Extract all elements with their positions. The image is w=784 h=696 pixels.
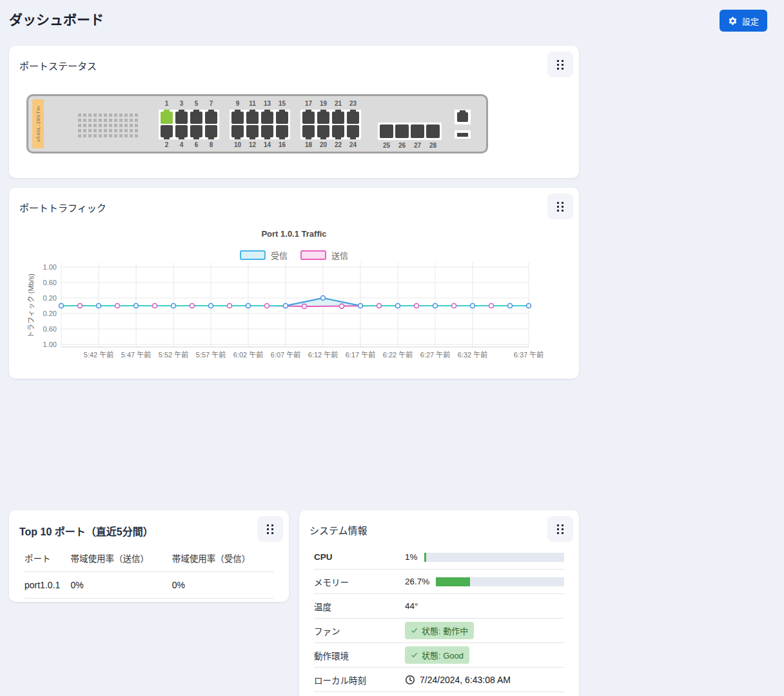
port-19[interactable] bbox=[317, 112, 329, 124]
port-10[interactable] bbox=[231, 125, 244, 137]
port-14[interactable] bbox=[261, 125, 273, 137]
progress-fill bbox=[436, 577, 470, 586]
port-3[interactable] bbox=[175, 112, 188, 124]
port-9[interactable] bbox=[231, 112, 244, 124]
legend-item-receive[interactable]: 受信 bbox=[240, 249, 288, 261]
mgmt-port[interactable] bbox=[457, 112, 468, 122]
port-12[interactable] bbox=[246, 125, 259, 137]
table-column-header: 帯域使用率（受信） bbox=[172, 548, 273, 572]
vent-hole bbox=[119, 124, 122, 127]
svg-text:トラフィック (Mb/s): トラフィック (Mb/s) bbox=[27, 273, 35, 338]
system-info-title: システム情報 bbox=[309, 523, 368, 537]
port-16[interactable] bbox=[276, 125, 288, 137]
port-status-card: ポートステータス x540L-28XTm 1357246891113151012… bbox=[9, 46, 579, 178]
top-ports-drag-handle[interactable] bbox=[257, 516, 283, 542]
system-row: 温度44° bbox=[314, 594, 564, 619]
vent-hole bbox=[93, 114, 97, 117]
port-number-label: 1 bbox=[161, 100, 173, 108]
table-cell: 0% bbox=[172, 572, 273, 599]
port-24[interactable] bbox=[347, 125, 359, 137]
device-model-label: x540L-28XTm bbox=[32, 99, 44, 148]
vent-hole bbox=[114, 124, 117, 127]
port-7[interactable] bbox=[205, 112, 217, 124]
vent-grid bbox=[78, 114, 138, 137]
progress-value-text: 1% bbox=[405, 552, 418, 562]
port-18[interactable] bbox=[302, 125, 315, 137]
port-20[interactable] bbox=[317, 125, 329, 137]
port-6[interactable] bbox=[190, 125, 202, 137]
svg-text:5:52 午前: 5:52 午前 bbox=[159, 350, 188, 359]
port-5[interactable] bbox=[190, 112, 202, 124]
traffic-line-chart[interactable]: 1.000.600.200.200.601.005:42 午前5:47 午前5:… bbox=[9, 263, 579, 375]
settings-button-label: 設定 bbox=[742, 15, 759, 27]
port-status-drag-handle[interactable] bbox=[547, 52, 573, 77]
port-26[interactable] bbox=[395, 124, 409, 138]
port-21[interactable] bbox=[332, 112, 344, 124]
port-number-label: 22 bbox=[332, 141, 344, 149]
check-icon bbox=[411, 651, 418, 659]
port-number-label: 17 bbox=[302, 100, 315, 108]
port-27[interactable] bbox=[411, 124, 424, 138]
port-4[interactable] bbox=[175, 125, 188, 137]
port-23[interactable] bbox=[347, 112, 359, 124]
sfp-port-group: 25262728 bbox=[378, 123, 442, 150]
port-group-2: 911131510121416 bbox=[230, 100, 290, 149]
port-number-label: 18 bbox=[302, 141, 315, 149]
legend-item-send[interactable]: 送信 bbox=[300, 249, 348, 261]
send-legend-label: 送信 bbox=[331, 249, 348, 261]
system-row: 動作環境状態: Good bbox=[314, 643, 564, 668]
system-info-card: システム情報 CPU1%メモリー26.7%温度44°ファン状態: 動作中動作環境… bbox=[299, 510, 579, 696]
dashboard-page: ダッシュボード 設定 ポートステータス x540L-28XTm 13572468… bbox=[0, 0, 784, 696]
chart-title: Port 1.0.1 Traffic bbox=[9, 229, 579, 239]
badge-text: 状態: 動作中 bbox=[422, 624, 468, 637]
vent-hole bbox=[99, 124, 102, 127]
system-info-drag-handle[interactable] bbox=[547, 516, 573, 542]
system-row-value: 7/24/2024, 6:43:08 AM bbox=[405, 675, 564, 685]
status-badge: 状態: Good bbox=[405, 646, 469, 664]
port-25[interactable] bbox=[380, 124, 393, 138]
port-1[interactable] bbox=[161, 112, 173, 124]
vent-hole bbox=[93, 134, 97, 137]
vent-hole bbox=[83, 134, 86, 137]
table-row: port1.0.10%0% bbox=[24, 572, 273, 599]
port-8[interactable] bbox=[205, 125, 217, 137]
top-ports-title: Top 10 ポート（直近5分間） bbox=[19, 523, 153, 539]
port-number-label: 8 bbox=[205, 141, 217, 149]
vent-hole bbox=[119, 129, 122, 132]
svg-text:6:17 午前: 6:17 午前 bbox=[346, 350, 375, 359]
port-number-label: 14 bbox=[261, 141, 273, 149]
vent-hole bbox=[130, 134, 133, 137]
port-traffic-drag-handle[interactable] bbox=[547, 194, 573, 219]
port-number-row: 1357 bbox=[159, 100, 219, 108]
port-pad bbox=[230, 110, 290, 139]
port-13[interactable] bbox=[261, 112, 273, 124]
port-number-row: 10121416 bbox=[230, 141, 290, 149]
system-row-value: 44° bbox=[405, 601, 564, 611]
port-2[interactable] bbox=[161, 125, 173, 137]
port-11[interactable] bbox=[246, 112, 259, 124]
settings-button[interactable]: 設定 bbox=[720, 10, 767, 32]
port-row-bottom bbox=[302, 125, 359, 137]
vent-hole bbox=[78, 114, 81, 117]
svg-text:1.00: 1.00 bbox=[43, 263, 57, 271]
port-22[interactable] bbox=[332, 125, 344, 137]
check-icon bbox=[411, 627, 418, 634]
vent-hole bbox=[119, 119, 122, 122]
vent-hole bbox=[99, 114, 102, 117]
port-number-label: 3 bbox=[175, 100, 188, 108]
progress-track bbox=[436, 577, 564, 586]
port-number-row: 25262728 bbox=[378, 142, 442, 150]
port-row-top bbox=[302, 112, 359, 124]
port-number-label: 25 bbox=[380, 142, 393, 150]
vent-hole bbox=[104, 134, 107, 137]
port-15[interactable] bbox=[276, 112, 288, 124]
vent-hole bbox=[104, 129, 107, 132]
svg-text:0.60: 0.60 bbox=[43, 325, 57, 333]
drag-dots-icon bbox=[557, 524, 564, 534]
port-17[interactable] bbox=[302, 112, 315, 124]
port-28[interactable] bbox=[426, 124, 440, 138]
vent-hole bbox=[124, 119, 128, 122]
svg-text:6:07 午前: 6:07 午前 bbox=[271, 350, 300, 359]
receive-legend-label: 受信 bbox=[271, 249, 288, 261]
svg-text:5:47 午前: 5:47 午前 bbox=[121, 350, 151, 359]
